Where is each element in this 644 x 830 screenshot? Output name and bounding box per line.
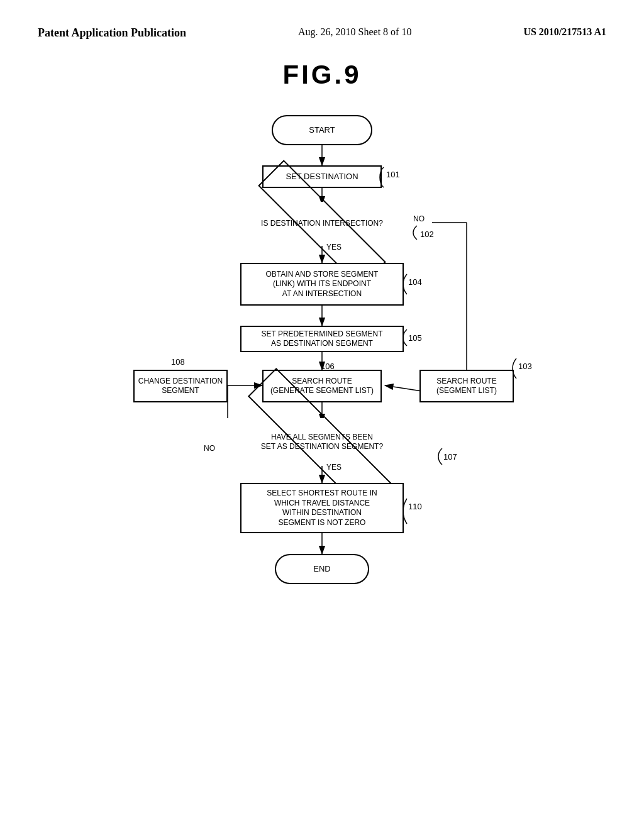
figure-title: FIG.9 xyxy=(282,60,361,90)
ref-106: 106 xyxy=(321,362,335,371)
page-header: Patent Application Publication Aug. 26, … xyxy=(0,0,644,41)
search-route-segment-node: SEARCH ROUTE (SEGMENT LIST) xyxy=(419,370,514,402)
publication-info: Aug. 26, 2010 Sheet 8 of 10 xyxy=(298,25,411,38)
ref-104: 104 xyxy=(408,277,422,287)
ref-103: 103 xyxy=(518,362,532,371)
select-shortest-node: SELECT SHORTEST ROUTE IN WHICH TRAVEL DI… xyxy=(240,483,404,533)
end-node: END xyxy=(275,554,369,584)
ref-105: 105 xyxy=(408,333,422,343)
obtain-store-node: OBTAIN AND STORE SEGMENT (LINK) WITH ITS… xyxy=(240,263,404,306)
diagram-container: FIG.9 xyxy=(0,60,644,706)
publication-title: Patent Application Publication xyxy=(38,25,186,41)
yes-label-intersection: YES xyxy=(326,243,341,252)
change-destination-node: CHANGE DESTINATION SEGMENT xyxy=(133,370,228,402)
ref-102: 102 xyxy=(420,230,434,239)
ref-101: 101 xyxy=(386,170,400,179)
have-all-segments-node: HAVE ALL SEGMENTS BEEN SET AS DESTINATIO… xyxy=(196,418,448,466)
set-predetermined-node: SET PREDETERMINED SEGMENT AS DESTINATION… xyxy=(240,326,404,352)
publication-number: US 2010/217513 A1 xyxy=(523,25,606,38)
ref-108: 108 xyxy=(171,357,185,367)
yes-label-segments: YES xyxy=(326,463,341,472)
no-label-intersection: NO xyxy=(413,214,425,223)
start-node: START xyxy=(272,115,372,145)
ref-110: 110 xyxy=(408,502,422,511)
no-label-segments: NO xyxy=(204,444,215,453)
ref-107: 107 xyxy=(443,452,457,462)
is-destination-intersection-node: IS DESTINATION INTERSECTION? xyxy=(212,202,432,246)
flowchart: START SET DESTINATION 101 IS DESTINATION… xyxy=(102,109,542,706)
